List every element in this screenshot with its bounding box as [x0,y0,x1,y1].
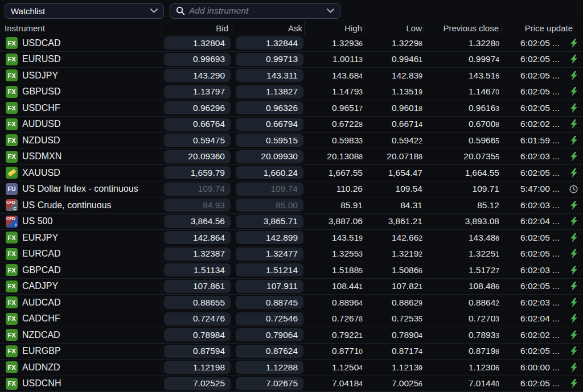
ask-button[interactable]: 1.51214 [236,263,303,277]
bid-button[interactable]: 0.66764 [164,118,231,131]
watchlist-dropdown[interactable]: Watchlist [5,3,164,19]
table-row[interactable]: FX AUDNZD 1.12198 1.12288 1.12504 1.1213… [0,360,583,376]
instrument-name: EURUSD [22,54,61,64]
table-row[interactable]: CFDC US Crude, continuous 84.93 85.00 85… [0,197,583,214]
fx-badge-icon: FX [6,69,18,81]
table-row[interactable]: FX NZDUSD 0.59475 0.59515 0.59833 0.5942… [0,133,583,149]
fx-badge-icon: FX [6,361,18,373]
column-header-high[interactable]: High [305,22,364,35]
low-value: 1.32192 [364,249,424,259]
ask-button[interactable]: 0.99713 [236,53,303,66]
bid-button[interactable]: 3,864.56 [164,215,231,228]
ask-button[interactable]: 85.00 [236,199,303,212]
ask-button[interactable]: 1.12288 [236,361,303,374]
bid-button[interactable]: 142.864 [164,231,231,244]
table-row[interactable]: FX USDCHF 0.96296 0.96326 0.96517 0.9601… [0,100,583,117]
column-header-ask[interactable]: Ask [232,22,305,35]
table-row[interactable]: FX USDJPY 143.290 143.311 143.684 142.83… [0,68,583,84]
high-value: 1.51885 [305,265,364,275]
low-value: 109.54 [364,184,424,194]
table-row[interactable]: FX EURGBP 0.87594 0.87624 0.87710 0.8717… [0,344,583,360]
previous-close-value: 0.59665 [424,135,502,146]
bid-button[interactable]: 1.32387 [164,247,231,261]
add-instrument-input[interactable] [189,6,327,16]
ask-button[interactable]: 0.96326 [236,101,303,114]
futures-badge-icon: FU [6,183,18,195]
column-header-instrument[interactable]: Instrument [0,22,162,35]
bid-button[interactable]: 1.51134 [164,263,231,277]
status-cell [561,282,583,291]
ask-button[interactable]: 20.09930 [236,150,303,163]
ask-button[interactable]: 1.32844 [236,36,303,49]
ask-button[interactable]: 143.311 [236,69,303,82]
table-row[interactable]: FX GBPCAD 1.51134 1.51214 1.51885 1.5086… [0,262,583,279]
ask-button[interactable]: 0.66794 [236,118,303,131]
price-update-time: 6:02:04 ... [502,313,561,324]
low-value: 142.662 [364,233,424,243]
ask-button[interactable]: 0.79064 [236,328,303,341]
ask-button[interactable]: 0.87624 [236,345,303,358]
table-row[interactable]: FX CADCHF 0.72476 0.72546 0.72678 0.7253… [0,311,583,328]
table-row[interactable]: FX NZDCAD 0.78984 0.79064 0.79221 0.7890… [0,327,583,344]
instrument-cell: FX AUDUSD [0,117,162,133]
high-value: 0.59833 [305,135,364,146]
bid-button[interactable]: 1.32804 [164,36,231,49]
bid-button[interactable]: 0.88655 [164,296,231,309]
table-row[interactable]: FX USDCAD 1.32804 1.32844 1.32936 1.3229… [0,35,583,52]
table-row[interactable]: FX AUDCAD 0.88655 0.88745 0.88964 0.8862… [0,295,583,311]
add-instrument-dropdown[interactable] [170,3,340,19]
table-row[interactable]: FX USDCNH 7.02525 7.02675 7.04184 7.0025… [0,376,583,392]
ask-button[interactable]: 0.59515 [236,134,303,147]
bid-button[interactable]: 109.74 [164,183,231,196]
column-header-previous-close[interactable]: Previous close [424,22,502,35]
ask-button[interactable]: 1,660.24 [236,166,303,179]
table-row[interactable]: FX EURJPY 142.864 142.899 143.519 142.66… [0,230,583,246]
ask-button[interactable]: 1.13827 [236,85,303,98]
column-header-low[interactable]: Low [364,22,424,35]
ask-button[interactable]: 107.911 [236,280,303,293]
status-cell [561,379,583,388]
ask-button[interactable]: 0.88745 [236,296,303,309]
table-row[interactable]: FX EURCAD 1.32387 1.32477 1.32553 1.3219… [0,246,583,263]
ask-button[interactable]: 7.02675 [236,377,303,390]
table-row[interactable]: FU US Dollar Index - continuous 109.74 1… [0,181,583,198]
table-row[interactable]: FX AUDUSD 0.66764 0.66794 0.67228 0.6671… [0,117,583,133]
bid-button[interactable]: 107.861 [164,280,231,293]
bid-button[interactable]: 0.96296 [164,101,231,114]
bid-button[interactable]: 1.13797 [164,85,231,98]
bid-button[interactable]: 20.09360 [164,150,231,163]
fx-badge-icon: FX [6,378,18,390]
column-header-price-update[interactable]: Price update [502,22,583,35]
table-row[interactable]: FX GBPUSD 1.13797 1.13827 1.14793 1.1351… [0,84,583,101]
bid-button[interactable]: 0.78984 [164,328,231,341]
status-cell [561,249,583,258]
bid-button[interactable]: 0.59475 [164,134,231,147]
status-cell [561,298,583,307]
instrument-cell: FX EURJPY [0,230,162,246]
instrument-cell: CFDI US 500 [0,214,162,230]
table-row[interactable]: CFDI US 500 3,864.56 3,865.71 3,887.06 3… [0,214,583,230]
bid-button[interactable]: 1,659.79 [164,166,231,179]
bid-button[interactable]: 143.290 [164,69,231,82]
ask-button[interactable]: 142.899 [236,231,303,244]
bid-button[interactable]: 7.02525 [164,377,231,390]
fx-badge-icon: FX [6,134,18,146]
table-row[interactable]: FX USDMXN 20.09360 20.09930 20.13088 20.… [0,149,583,166]
table-row[interactable]: XAUUSD 1,659.79 1,660.24 1,667.55 1,654.… [0,165,583,181]
table-row[interactable]: FX EURUSD 0.99693 0.99713 1.00113 0.9946… [0,52,583,68]
status-cell [561,136,583,145]
table-row[interactable]: FX CADJPY 107.861 107.911 108.441 107.82… [0,279,583,295]
ask-button[interactable]: 109.74 [236,183,303,196]
ask-button[interactable]: 3,865.71 [236,215,303,228]
bid-button[interactable]: 84.93 [164,199,231,212]
bid-button[interactable]: 0.72476 [164,312,231,325]
previous-close-value: 1.14670 [424,86,502,97]
bid-button[interactable]: 0.99693 [164,53,231,66]
ask-button[interactable]: 0.72546 [236,312,303,325]
ask-button[interactable]: 1.32477 [236,247,303,261]
low-value: 3,861.21 [364,216,424,226]
instrument-cell: FX USDCAD [0,35,162,51]
bid-button[interactable]: 0.87594 [164,345,231,358]
column-header-bid[interactable]: Bid [162,22,232,35]
bid-button[interactable]: 1.12198 [164,361,231,374]
